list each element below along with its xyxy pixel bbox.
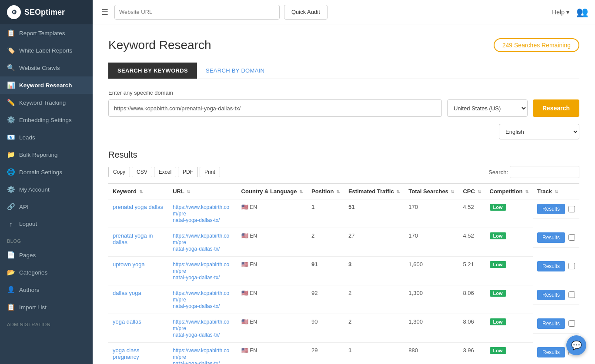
logo[interactable]: ⚙ SEOptimer xyxy=(0,0,93,24)
print-button[interactable]: Print xyxy=(200,167,220,177)
chat-bubble-button[interactable]: 💬 xyxy=(566,335,586,355)
sort-keyword-icon[interactable]: ⇅ xyxy=(139,189,143,194)
cell-competition-2: Low xyxy=(485,257,533,285)
competition-badge-5: Low xyxy=(490,347,506,354)
flag-icon-0: 🇺🇸 xyxy=(241,204,248,210)
lang-code-4: EN xyxy=(250,319,257,325)
website-url-input[interactable] xyxy=(114,5,280,20)
nav-item-import-list[interactable]: 📋 Import List xyxy=(0,298,93,316)
cell-country-4: 🇺🇸 EN xyxy=(237,314,307,343)
country-select[interactable]: United States (US) United Kingdom (UK) C… xyxy=(447,99,528,117)
language-row: English Spanish French German xyxy=(108,124,579,139)
tab-search-by-keywords[interactable]: SEARCH BY KEYWORDS xyxy=(108,63,197,79)
sort-total-searches-icon[interactable]: ⇅ xyxy=(451,189,454,194)
sort-position-icon[interactable]: ⇅ xyxy=(336,189,340,194)
table-search-input[interactable] xyxy=(510,166,579,178)
keyword-link-4[interactable]: yoga dallas xyxy=(113,318,141,325)
track-checkbox-1[interactable] xyxy=(568,234,575,241)
quick-audit-button[interactable]: Quick Audit xyxy=(284,5,328,20)
excel-button[interactable]: Excel xyxy=(154,167,176,177)
results-title: Results xyxy=(108,150,579,160)
nav-item-api[interactable]: 🔗 API xyxy=(0,198,93,215)
keyword-link-0[interactable]: prenatal yoga dallas xyxy=(113,204,163,210)
user-avatar-icon[interactable]: 👥 xyxy=(576,7,588,18)
logout-icon: ↑ xyxy=(7,220,15,228)
website-crawls-icon: 🔍 xyxy=(7,64,15,72)
nav-item-leads[interactable]: 📧 Leads xyxy=(0,129,93,146)
results-button-0[interactable]: Results xyxy=(537,204,565,214)
cell-cpc-5: 3.96 xyxy=(458,343,485,364)
sort-competition-icon[interactable]: ⇅ xyxy=(525,189,528,194)
table-row: prenatal yoga dallas https://www.kopabir… xyxy=(108,199,579,228)
nav-item-report-templates[interactable]: 📋 Report Templates xyxy=(0,24,93,42)
results-button-2[interactable]: Results xyxy=(537,261,565,271)
domain-settings-icon: 🌐 xyxy=(7,168,15,176)
nav-item-pages[interactable]: 📄 Pages xyxy=(0,246,93,264)
cell-total-searches-0: 170 xyxy=(404,199,458,228)
chat-bubble-icon: 💬 xyxy=(571,340,582,351)
copy-button[interactable]: Copy xyxy=(108,167,130,177)
cell-url-5: https://www.kopabirth.com/prenatal-yoga-… xyxy=(168,343,237,364)
nav-item-website-crawls[interactable]: 🔍 Website Crawls xyxy=(0,59,93,76)
tab-search-by-domain[interactable]: SEARCH BY DOMAIN xyxy=(197,63,273,79)
sort-url-icon[interactable]: ⇅ xyxy=(187,189,190,194)
cell-traffic-5: 1 xyxy=(344,343,404,364)
nav-item-white-label-reports[interactable]: 🏷️ White Label Reports xyxy=(0,42,93,59)
nav-item-logout[interactable]: ↑ Logout xyxy=(0,215,93,232)
nav-item-authors[interactable]: 👤 Authors xyxy=(0,281,93,298)
nav-item-embedding-settings[interactable]: ⚙️ Embedding Settings xyxy=(0,111,93,129)
hamburger-button[interactable]: ☰ xyxy=(100,6,110,19)
nav-item-bulk-reporting[interactable]: 📁 Bulk Reporting xyxy=(0,146,93,163)
cell-keyword-4: yoga dallas xyxy=(108,314,168,343)
csv-button[interactable]: CSV xyxy=(132,167,152,177)
url-link-2[interactable]: https://www.kopabirth.com/prenatal-yoga-… xyxy=(173,261,229,281)
track-checkbox-4[interactable] xyxy=(568,320,575,327)
nav-item-keyword-research[interactable]: 📊 Keyword Research xyxy=(0,76,93,94)
url-link-4[interactable]: https://www.kopabirth.com/prenatal-yoga-… xyxy=(173,319,229,338)
cell-cpc-2: 5.21 xyxy=(458,257,485,285)
results-button-5[interactable]: Results xyxy=(537,347,565,357)
sort-cpc-icon[interactable]: ⇅ xyxy=(478,189,481,194)
track-checkbox-2[interactable] xyxy=(568,263,575,269)
language-select[interactable]: English Spanish French German xyxy=(499,124,579,139)
url-link-3[interactable]: https://www.kopabirth.com/prenatal-yoga-… xyxy=(173,290,229,309)
cell-competition-5: Low xyxy=(485,343,533,364)
results-button-4[interactable]: Results xyxy=(537,318,565,329)
pdf-button[interactable]: PDF xyxy=(178,167,198,177)
keyword-link-1[interactable]: prenatal yoga in dallas xyxy=(113,232,153,245)
results-button-1[interactable]: Results xyxy=(537,232,565,243)
track-checkbox-3[interactable] xyxy=(568,291,575,298)
url-link-0[interactable]: https://www.kopabirth.com/prenatal-yoga-… xyxy=(173,204,229,223)
table-row: prenatal yoga in dallas https://www.kopa… xyxy=(108,228,579,257)
results-button-3[interactable]: Results xyxy=(537,290,565,300)
nav-item-categories[interactable]: 📂 Categories xyxy=(0,264,93,281)
nav-item-domain-settings[interactable]: 🌐 Domain Settings xyxy=(0,163,93,181)
pages-icon: 📄 xyxy=(7,251,15,259)
nav-item-keyword-tracking[interactable]: ✏️ Keyword Tracking xyxy=(0,94,93,111)
cell-competition-0: Low xyxy=(485,199,533,228)
help-button[interactable]: Help ▾ xyxy=(552,9,569,16)
lang-code-3: EN xyxy=(250,290,257,296)
sort-country-icon[interactable]: ⇅ xyxy=(299,189,303,194)
logo-text: SEOptimer xyxy=(24,8,65,17)
cell-country-2: 🇺🇸 EN xyxy=(237,257,307,285)
sidebar: ⚙ SEOptimer 📋 Report Templates 🏷️ White … xyxy=(0,0,93,364)
lang-code-2: EN xyxy=(250,261,257,268)
sort-track-icon[interactable]: ⇅ xyxy=(555,189,558,194)
keyword-link-2[interactable]: uptown yoga xyxy=(113,261,145,268)
cell-position-2: 91 xyxy=(307,257,344,285)
nav-item-my-account[interactable]: ⚙️ My Account xyxy=(0,181,93,198)
research-button[interactable]: Research xyxy=(533,99,579,117)
track-checkbox-0[interactable] xyxy=(568,206,575,212)
keyword-link-3[interactable]: dallas yoga xyxy=(113,290,141,296)
cell-url-1: https://www.kopabirth.com/prenatal-yoga-… xyxy=(168,228,237,257)
keyword-link-5[interactable]: yoga class pregnancy xyxy=(113,347,139,360)
sort-traffic-icon[interactable]: ⇅ xyxy=(396,189,400,194)
domain-input[interactable] xyxy=(108,99,442,117)
results-table: Keyword ⇅ URL ⇅ Country & Language ⇅ Pos… xyxy=(108,183,579,364)
cell-traffic-0: 51 xyxy=(344,199,404,228)
url-link-1[interactable]: https://www.kopabirth.com/prenatal-yoga-… xyxy=(173,233,229,252)
cell-competition-3: Low xyxy=(485,285,533,314)
url-link-5[interactable]: https://www.kopabirth.com/prenatal-yoga-… xyxy=(173,347,229,364)
cell-cpc-1: 4.52 xyxy=(458,228,485,257)
